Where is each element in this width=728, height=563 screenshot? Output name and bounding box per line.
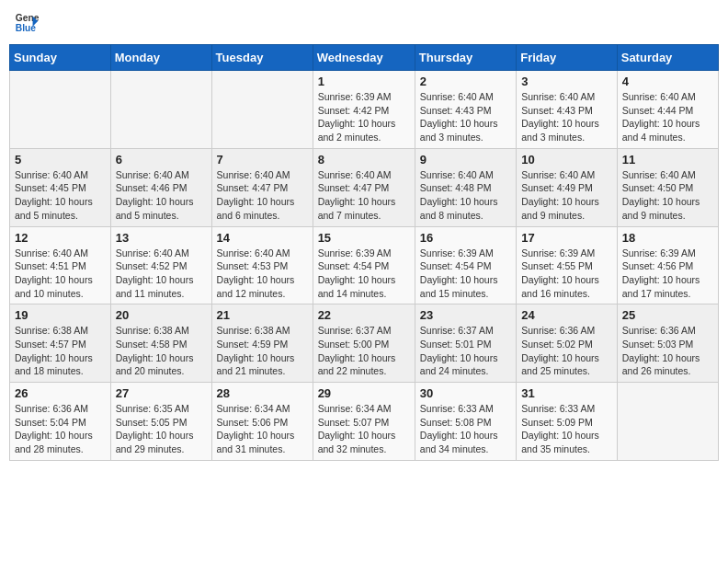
- day-info: Sunrise: 6:39 AM Sunset: 4:56 PM Dayligh…: [622, 247, 713, 301]
- day-info: Sunrise: 6:40 AM Sunset: 4:50 PM Dayligh…: [622, 168, 713, 223]
- calendar-cell: 19Sunrise: 6:38 AM Sunset: 4:57 PM Dayli…: [10, 304, 111, 383]
- calendar-cell: [617, 383, 718, 461]
- weekday-header-sunday: Sunday: [10, 45, 111, 71]
- day-info: Sunrise: 6:40 AM Sunset: 4:52 PM Dayligh…: [116, 247, 207, 301]
- calendar-cell: 20Sunrise: 6:38 AM Sunset: 4:58 PM Dayli…: [110, 304, 211, 383]
- day-number: 7: [217, 153, 308, 167]
- day-info: Sunrise: 6:39 AM Sunset: 4:54 PM Dayligh…: [318, 247, 410, 301]
- day-info: Sunrise: 6:39 AM Sunset: 4:42 PM Dayligh…: [318, 90, 410, 144]
- day-number: 8: [318, 153, 410, 167]
- day-info: Sunrise: 6:40 AM Sunset: 4:43 PM Dayligh…: [420, 90, 511, 144]
- calendar-cell: 25Sunrise: 6:36 AM Sunset: 5:03 PM Dayli…: [617, 304, 718, 383]
- calendar-cell: 5Sunrise: 6:40 AM Sunset: 4:45 PM Daylig…: [10, 148, 111, 226]
- calendar-cell: 11Sunrise: 6:40 AM Sunset: 4:50 PM Dayli…: [617, 148, 718, 226]
- calendar-table: SundayMondayTuesdayWednesdayThursdayFrid…: [9, 44, 719, 461]
- weekday-header-friday: Friday: [517, 45, 618, 71]
- day-info: Sunrise: 6:40 AM Sunset: 4:49 PM Dayligh…: [521, 168, 612, 223]
- calendar-cell: 31Sunrise: 6:33 AM Sunset: 5:09 PM Dayli…: [517, 383, 618, 461]
- calendar-cell: [110, 71, 211, 149]
- day-number: 10: [521, 153, 612, 167]
- calendar-cell: 18Sunrise: 6:39 AM Sunset: 4:56 PM Dayli…: [617, 226, 718, 304]
- weekday-header-row: SundayMondayTuesdayWednesdayThursdayFrid…: [10, 45, 719, 71]
- day-number: 2: [420, 75, 511, 88]
- day-number: 28: [217, 386, 308, 400]
- calendar-cell: 6Sunrise: 6:40 AM Sunset: 4:46 PM Daylig…: [110, 148, 211, 226]
- day-info: Sunrise: 6:37 AM Sunset: 5:00 PM Dayligh…: [318, 324, 410, 378]
- weekday-header-thursday: Thursday: [415, 45, 516, 71]
- day-info: Sunrise: 6:37 AM Sunset: 5:01 PM Dayligh…: [420, 324, 511, 378]
- day-info: Sunrise: 6:39 AM Sunset: 4:55 PM Dayligh…: [521, 247, 612, 301]
- day-info: Sunrise: 6:39 AM Sunset: 4:54 PM Dayligh…: [420, 247, 511, 301]
- day-number: 4: [622, 75, 713, 88]
- calendar-cell: 22Sunrise: 6:37 AM Sunset: 5:00 PM Dayli…: [313, 304, 415, 383]
- day-info: Sunrise: 6:40 AM Sunset: 4:43 PM Dayligh…: [521, 90, 612, 144]
- page-header: General Blue: [9, 9, 719, 35]
- calendar-cell: 4Sunrise: 6:40 AM Sunset: 4:44 PM Daylig…: [617, 71, 718, 149]
- calendar-cell: 23Sunrise: 6:37 AM Sunset: 5:01 PM Dayli…: [415, 304, 516, 383]
- calendar-cell: 3Sunrise: 6:40 AM Sunset: 4:43 PM Daylig…: [517, 71, 618, 149]
- day-number: 31: [521, 386, 612, 400]
- day-number: 16: [420, 231, 511, 245]
- day-info: Sunrise: 6:35 AM Sunset: 5:05 PM Dayligh…: [116, 402, 207, 456]
- day-info: Sunrise: 6:40 AM Sunset: 4:47 PM Dayligh…: [217, 168, 308, 223]
- calendar-cell: 9Sunrise: 6:40 AM Sunset: 4:48 PM Daylig…: [415, 148, 516, 226]
- day-info: Sunrise: 6:40 AM Sunset: 4:46 PM Dayligh…: [116, 168, 207, 223]
- day-info: Sunrise: 6:40 AM Sunset: 4:44 PM Dayligh…: [622, 90, 713, 144]
- day-number: 14: [217, 231, 308, 245]
- weekday-header-tuesday: Tuesday: [211, 45, 313, 71]
- day-number: 17: [521, 231, 612, 245]
- logo-icon: General Blue: [14, 9, 40, 35]
- day-info: Sunrise: 6:33 AM Sunset: 5:08 PM Dayligh…: [420, 402, 511, 456]
- calendar-cell: 12Sunrise: 6:40 AM Sunset: 4:51 PM Dayli…: [10, 226, 111, 304]
- day-number: 19: [15, 308, 106, 322]
- calendar-cell: 27Sunrise: 6:35 AM Sunset: 5:05 PM Dayli…: [110, 383, 211, 461]
- day-info: Sunrise: 6:40 AM Sunset: 4:51 PM Dayligh…: [15, 247, 106, 301]
- day-info: Sunrise: 6:38 AM Sunset: 4:58 PM Dayligh…: [116, 324, 207, 378]
- day-number: 13: [116, 231, 207, 245]
- day-number: 23: [420, 308, 511, 322]
- weekday-header-saturday: Saturday: [617, 45, 718, 71]
- calendar-cell: 21Sunrise: 6:38 AM Sunset: 4:59 PM Dayli…: [211, 304, 313, 383]
- calendar-cell: 30Sunrise: 6:33 AM Sunset: 5:08 PM Dayli…: [415, 383, 516, 461]
- day-info: Sunrise: 6:36 AM Sunset: 5:03 PM Dayligh…: [622, 324, 713, 378]
- day-number: 18: [622, 231, 713, 245]
- calendar-cell: 10Sunrise: 6:40 AM Sunset: 4:49 PM Dayli…: [517, 148, 618, 226]
- day-number: 20: [116, 308, 207, 322]
- day-info: Sunrise: 6:34 AM Sunset: 5:07 PM Dayligh…: [318, 402, 410, 456]
- day-number: 12: [15, 231, 106, 245]
- calendar-cell: [10, 71, 111, 149]
- calendar-cell: 14Sunrise: 6:40 AM Sunset: 4:53 PM Dayli…: [211, 226, 313, 304]
- day-number: 9: [420, 153, 511, 167]
- day-info: Sunrise: 6:33 AM Sunset: 5:09 PM Dayligh…: [521, 402, 612, 456]
- day-number: 29: [318, 386, 410, 400]
- day-number: 1: [318, 75, 410, 88]
- day-info: Sunrise: 6:40 AM Sunset: 4:53 PM Dayligh…: [217, 247, 308, 301]
- day-number: 3: [521, 75, 612, 88]
- day-info: Sunrise: 6:40 AM Sunset: 4:45 PM Dayligh…: [15, 168, 106, 223]
- weekday-header-monday: Monday: [110, 45, 211, 71]
- calendar-week-3: 12Sunrise: 6:40 AM Sunset: 4:51 PM Dayli…: [10, 226, 719, 304]
- day-info: Sunrise: 6:40 AM Sunset: 4:47 PM Dayligh…: [318, 168, 410, 223]
- calendar-cell: 7Sunrise: 6:40 AM Sunset: 4:47 PM Daylig…: [211, 148, 313, 226]
- day-number: 22: [318, 308, 410, 322]
- day-info: Sunrise: 6:38 AM Sunset: 4:59 PM Dayligh…: [217, 324, 308, 378]
- calendar-cell: 16Sunrise: 6:39 AM Sunset: 4:54 PM Dayli…: [415, 226, 516, 304]
- day-info: Sunrise: 6:38 AM Sunset: 4:57 PM Dayligh…: [15, 324, 106, 378]
- day-number: 5: [15, 153, 106, 167]
- day-info: Sunrise: 6:36 AM Sunset: 5:04 PM Dayligh…: [15, 402, 106, 456]
- day-number: 26: [15, 386, 106, 400]
- calendar-cell: [211, 71, 313, 149]
- calendar-cell: 13Sunrise: 6:40 AM Sunset: 4:52 PM Dayli…: [110, 226, 211, 304]
- day-number: 27: [116, 386, 207, 400]
- calendar-cell: 2Sunrise: 6:40 AM Sunset: 4:43 PM Daylig…: [415, 71, 516, 149]
- weekday-header-wednesday: Wednesday: [313, 45, 415, 71]
- day-number: 30: [420, 386, 511, 400]
- calendar-week-5: 26Sunrise: 6:36 AM Sunset: 5:04 PM Dayli…: [10, 383, 719, 461]
- day-info: Sunrise: 6:36 AM Sunset: 5:02 PM Dayligh…: [521, 324, 612, 378]
- calendar-cell: 28Sunrise: 6:34 AM Sunset: 5:06 PM Dayli…: [211, 383, 313, 461]
- calendar-week-1: 1Sunrise: 6:39 AM Sunset: 4:42 PM Daylig…: [10, 71, 719, 149]
- calendar-cell: 15Sunrise: 6:39 AM Sunset: 4:54 PM Dayli…: [313, 226, 415, 304]
- calendar-week-4: 19Sunrise: 6:38 AM Sunset: 4:57 PM Dayli…: [10, 304, 719, 383]
- calendar-cell: 29Sunrise: 6:34 AM Sunset: 5:07 PM Dayli…: [313, 383, 415, 461]
- day-number: 25: [622, 308, 713, 322]
